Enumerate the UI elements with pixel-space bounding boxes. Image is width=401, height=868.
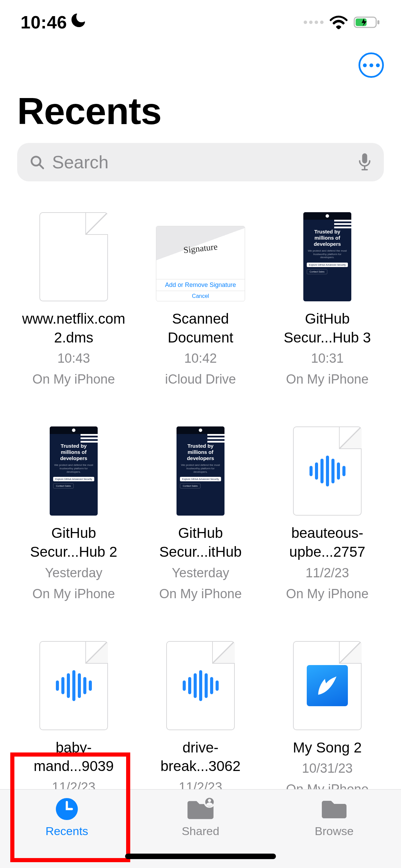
file-name: GitHub Secur...itHub <box>146 524 255 561</box>
file-name: GitHub Secur...Hub 3 <box>272 310 382 347</box>
file-thumbnail: Trusted by millions of developers We pro… <box>281 209 374 301</box>
search-container <box>0 143 401 181</box>
cellular-dots-icon <box>304 21 324 24</box>
file-location: On My iPhone <box>33 584 115 603</box>
waveform-icon <box>56 670 92 701</box>
audio-file-icon <box>166 641 235 730</box>
file-name: baby-mand...9039 <box>19 738 129 776</box>
screenshot-icon: Trusted by millions of developers We pro… <box>50 426 98 516</box>
tab-label: Recents <box>46 824 88 838</box>
scanned-document-icon: Signature Add or Remove Signature Cancel <box>156 226 245 301</box>
do-not-disturb-icon <box>71 13 87 32</box>
svg-rect-2 <box>377 20 379 24</box>
home-indicator[interactable] <box>125 854 276 859</box>
file-thumbnail <box>27 638 120 730</box>
file-item[interactable]: baby-mand...9039 11/2/23 <box>10 638 137 799</box>
search-bar[interactable] <box>17 143 384 181</box>
file-thumbnail <box>281 638 374 730</box>
status-left: 10:46 <box>21 12 87 33</box>
waveform-icon <box>183 670 219 701</box>
more-options-button[interactable] <box>359 52 384 78</box>
file-name: Scanned Document <box>146 310 255 347</box>
file-thumbnail: Trusted by millions of developers We pro… <box>27 423 120 516</box>
file-location: On My iPhone <box>286 370 369 389</box>
file-time: Yesterday <box>45 564 102 582</box>
file-time: 11/2/23 <box>306 564 349 582</box>
svg-point-10 <box>208 799 211 802</box>
file-name: www.netflix.com 2.dms <box>19 310 129 347</box>
svg-line-4 <box>39 165 43 168</box>
tab-label: Shared <box>182 824 219 838</box>
file-name: drive-break...3062 <box>146 738 255 776</box>
app-file-icon <box>293 641 362 730</box>
file-item[interactable]: www.netflix.com 2.dms 10:43 On My iPhone <box>10 209 137 389</box>
tab-shared[interactable]: Shared <box>149 797 252 838</box>
file-thumbnail: Signature Add or Remove Signature Cancel <box>154 209 247 301</box>
shared-folder-icon <box>185 797 216 821</box>
status-bar: 10:46 <box>0 0 401 45</box>
file-thumbnail <box>281 423 374 516</box>
wing-icon <box>307 665 348 706</box>
file-location: On My iPhone <box>33 370 115 389</box>
file-time: Yesterday <box>172 564 229 582</box>
file-thumbnail <box>27 209 120 301</box>
file-thumbnail: Trusted by millions of developers We pro… <box>154 423 247 516</box>
tab-label: Browse <box>315 824 353 838</box>
file-time: 10:43 <box>57 349 90 368</box>
file-thumbnail <box>154 638 247 730</box>
file-item[interactable]: Trusted by millions of developers We pro… <box>264 209 391 389</box>
svg-rect-5 <box>362 153 367 163</box>
file-time: 10:31 <box>311 349 343 368</box>
audio-file-icon <box>293 426 362 516</box>
generic-file-icon <box>39 212 108 301</box>
file-time: 10:42 <box>184 349 217 368</box>
file-location: iCloud Drive <box>165 370 236 389</box>
status-right <box>304 15 380 29</box>
waveform-icon <box>309 456 345 486</box>
clock-icon <box>55 797 79 821</box>
file-item[interactable]: Trusted by millions of developers We pro… <box>10 423 137 603</box>
microphone-icon[interactable] <box>357 153 372 172</box>
file-name: beauteous-upbe...2757 <box>272 524 382 561</box>
wifi-icon <box>330 15 348 29</box>
file-name: GitHub Secur...Hub 2 <box>19 524 129 561</box>
file-item[interactable]: drive-break...3062 11/2/23 <box>137 638 264 799</box>
battery-charging-icon <box>354 16 380 29</box>
page-title: Recents <box>0 86 401 143</box>
top-actions <box>0 45 401 86</box>
screenshot-icon: Trusted by millions of developers We pro… <box>303 212 351 301</box>
search-input[interactable] <box>52 152 350 172</box>
file-grid: www.netflix.com 2.dms 10:43 On My iPhone… <box>0 181 401 799</box>
file-time: 10/31/23 <box>302 759 353 778</box>
folder-icon <box>320 797 349 821</box>
status-time: 10:46 <box>21 12 67 33</box>
file-item[interactable]: beauteous-upbe...2757 11/2/23 On My iPho… <box>264 423 391 603</box>
ellipsis-icon <box>363 63 367 67</box>
file-item[interactable]: Trusted by millions of developers We pro… <box>137 423 264 603</box>
file-item[interactable]: My Song 2 10/31/23 On My iPhone <box>264 638 391 799</box>
search-icon <box>29 154 45 170</box>
tab-browse[interactable]: Browse <box>283 797 386 838</box>
file-location: On My iPhone <box>286 584 369 603</box>
screenshot-icon: Trusted by millions of developers We pro… <box>177 426 224 516</box>
file-item[interactable]: Signature Add or Remove Signature Cancel… <box>137 209 264 389</box>
file-name: My Song 2 <box>293 738 362 757</box>
audio-file-icon <box>39 641 108 730</box>
tab-recents[interactable]: Recents <box>15 797 118 838</box>
file-location: On My iPhone <box>159 584 242 603</box>
